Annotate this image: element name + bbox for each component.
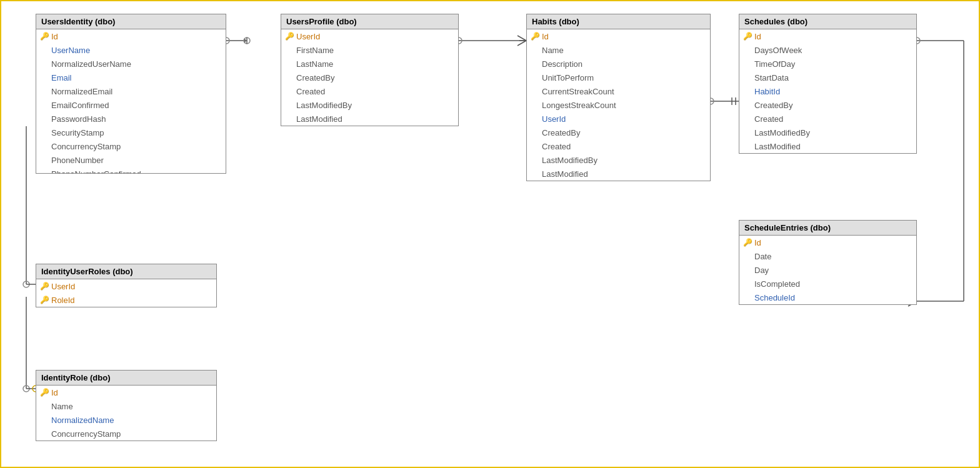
table-row: 🔑Id [36,386,216,399]
table-usersProfile: UsersProfile (dbo)🔑UserIdFirstNameLastNa… [281,14,459,126]
table-row: TimeOfDay [739,57,916,71]
field-name: Id [51,32,58,41]
field-name: DaysOfWeek [754,46,802,55]
key-icon: 🔑 [743,238,752,247]
table-row: DaysOfWeek [739,43,916,57]
table-row: LongestStreakCount [527,98,710,112]
table-row: CreatedBy [527,126,710,139]
field-name: SecurityStamp [51,128,104,137]
table-row: CurrentStreakCount [527,84,710,98]
field-name: NormalizedEmail [51,87,112,96]
field-name: Id [754,238,761,247]
key-icon: 🔑 [40,296,49,304]
key-icon: 🔑 [40,282,49,291]
table-row: 🔑UserId [281,29,458,43]
table-header-habits: Habits (dbo) [527,14,710,29]
table-row: LastModified [527,167,710,181]
table-row: Created [527,139,710,153]
field-name: Name [51,402,73,411]
table-row: PasswordHash [36,112,226,126]
field-name: UserId [296,32,320,41]
field-name: Created [296,87,325,96]
table-row: StartData [739,71,916,84]
field-name: Name [542,46,564,55]
key-icon: 🔑 [531,32,539,41]
field-name: Created [754,114,783,124]
table-row: Name [36,399,216,413]
field-name: PhoneNumberConfirmed [51,169,141,174]
table-row: Created [739,112,916,126]
field-name: Date [754,252,771,261]
table-row: Description [527,57,710,71]
table-row: 🔑Id [527,29,710,43]
field-name: Id [542,32,549,41]
field-name: IsCompleted [754,279,800,289]
table-header-usersIdentity: UsersIdentity (dbo) [36,14,226,29]
field-name: Id [51,388,58,397]
table-row: ConcurrencyStamp [36,139,226,153]
field-name: NormalizedUserName [51,59,131,69]
field-name: CurrentStreakCount [542,87,614,96]
table-row: ScheduleId [739,291,916,304]
field-name: Day [754,266,769,275]
table-row: UserName [36,43,226,57]
table-row: HabitId [739,84,916,98]
field-name: UserId [51,282,75,291]
table-row: PhoneNumber [36,153,226,167]
table-row: IsCompleted [739,277,916,291]
table-row: PhoneNumberConfirmed [36,167,226,173]
table-row: UnitToPerform [527,71,710,84]
table-usersIdentity: UsersIdentity (dbo)🔑IdUserNameNormalized… [36,14,226,174]
table-row: Created [281,84,458,98]
table-row: CreatedBy [739,98,916,112]
field-name: ConcurrencyStamp [51,429,121,439]
table-row: ConcurrencyStamp [36,427,216,441]
table-row: EmailConfirmed [36,98,226,112]
table-row: LastModified [281,112,458,126]
table-row: LastModified [739,139,916,153]
field-name: UserName [51,46,90,55]
table-scroll-usersIdentity[interactable]: 🔑IdUserNameNormalizedUserNameEmailNormal… [36,29,226,173]
field-name: ConcurrencyStamp [51,142,121,151]
field-name: ScheduleId [754,293,795,302]
field-name: CreatedBy [754,101,792,110]
field-name: PasswordHash [51,114,106,124]
field-name: UserId [542,114,566,124]
table-header-schedules: Schedules (dbo) [739,14,916,29]
field-name: CreatedBy [542,128,580,137]
table-row: NormalizedEmail [36,84,226,98]
table-row: CreatedBy [281,71,458,84]
table-header-usersProfile: UsersProfile (dbo) [281,14,458,29]
table-row: Day [739,263,916,277]
key-icon: 🔑 [743,32,752,41]
table-schedules: Schedules (dbo)🔑IdDaysOfWeekTimeOfDaySta… [739,14,917,154]
field-name: StartData [754,73,789,82]
diagram-canvas: UsersIdentity (dbo)🔑IdUserNameNormalized… [1,1,980,468]
field-name: LastName [296,59,333,69]
table-row: NormalizedName [36,413,216,427]
table-row: LastName [281,57,458,71]
table-identityUserRoles: IdentityUserRoles (dbo)🔑UserId🔑RoleId [36,264,217,307]
svg-line-7 [518,36,526,41]
table-row: 🔑RoleId [36,293,216,307]
svg-point-22 [23,281,29,287]
field-name: Created [542,142,571,151]
table-header-scheduleEntries: ScheduleEntries (dbo) [739,221,916,236]
key-icon: 🔑 [285,32,294,41]
field-name: LastModified [296,114,342,124]
field-name: LastModifiedBy [754,128,810,137]
table-row: Date [739,249,916,263]
table-row: 🔑Id [739,236,916,249]
key-icon: 🔑 [40,388,49,397]
field-name: RoleId [51,296,75,305]
field-name: LastModifiedBy [542,156,598,165]
field-name: NormalizedName [51,416,114,425]
field-name: Description [542,59,582,69]
table-row: Name [527,43,710,57]
field-name: PhoneNumber [51,156,104,165]
table-row: FirstName [281,43,458,57]
field-name: UnitToPerform [542,73,594,82]
table-header-identityUserRoles: IdentityUserRoles (dbo) [36,264,216,279]
table-scheduleEntries: ScheduleEntries (dbo)🔑IdDateDayIsComplet… [739,220,917,305]
field-name: LongestStreakCount [542,101,616,110]
